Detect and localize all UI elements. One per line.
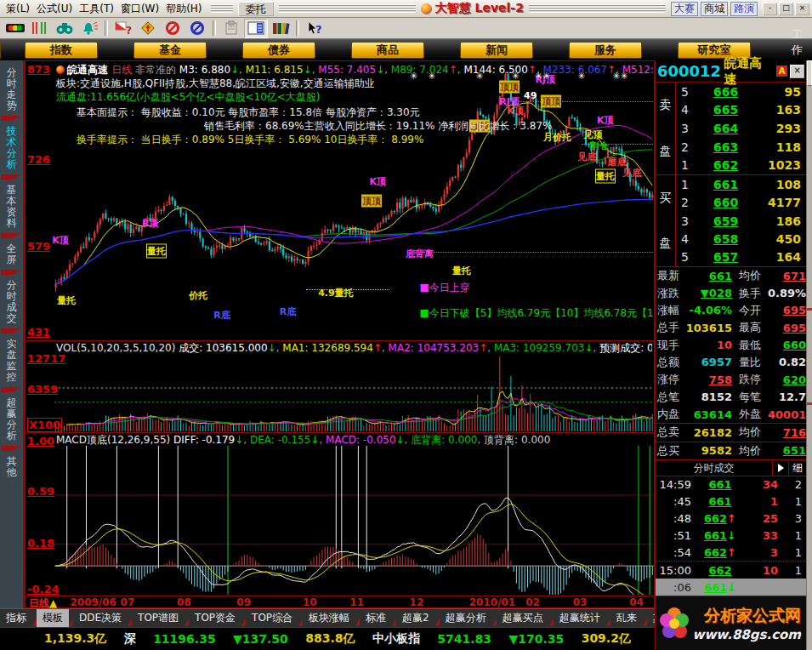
phone-red-icon[interactable] [161, 19, 185, 38]
menu-item[interactable]: 窗口(W) [117, 2, 162, 16]
maximize-icon[interactable]: □ [779, 3, 793, 15]
help-cursor-icon[interactable]: ? [303, 19, 327, 38]
book-price[interactable]: 666 [700, 85, 752, 99]
toolbar: ?? [0, 18, 812, 39]
sidebar-item-超赢分析[interactable]: 超 赢 分 析 [0, 393, 23, 445]
nav-tab-服务[interactable]: 服务 [569, 42, 642, 59]
tick-time: :54 [656, 546, 691, 559]
book-row[interactable]: 2663118 [676, 138, 806, 157]
scrollbar-thumb[interactable] [807, 60, 812, 86]
book-level: 2 [676, 140, 700, 154]
book-price[interactable]: 659 [700, 214, 752, 228]
book-row[interactable]: 4665163 [676, 101, 806, 120]
nav-tab-指数[interactable]: 指数 [25, 42, 98, 59]
book-volume: 450 [752, 232, 806, 246]
titlebar-link[interactable]: 商城 [701, 2, 728, 16]
chart-annotation: ✳ [475, 71, 483, 82]
entrust-button[interactable]: 委托 [238, 2, 274, 16]
bottom-tab-乱来[interactable]: 乱来 [610, 609, 643, 627]
book-price[interactable]: 658 [700, 232, 752, 246]
bottom-tab-TOP资金[interactable]: TOP资金 [189, 609, 241, 627]
book-price[interactable]: 661 [700, 178, 752, 191]
tick-count: 1 [778, 529, 806, 542]
tick-row[interactable]: 15:00662101 [656, 561, 806, 579]
book-row[interactable]: 3664293 [676, 119, 806, 138]
bottom-tab-超赢2[interactable]: 超赢2 [396, 609, 435, 627]
sidebar-item-技术分析[interactable]: 技 术 分 析 [0, 122, 23, 174]
bottom-tab-板块涨幅[interactable]: 板块涨幅 [303, 609, 355, 627]
bottom-tab-指标[interactable]: 指标 [0, 609, 32, 627]
bottom-tab-DDE决策[interactable]: DDE决策 [73, 609, 128, 627]
bottom-tab-TOP谱图[interactable]: TOP谱图 [132, 609, 185, 627]
minimize-icon[interactable]: - [763, 3, 777, 15]
tick-row[interactable]: :54662↑31 [656, 544, 806, 561]
menu-item[interactable]: 帮助(H) [162, 2, 205, 16]
play-icon[interactable] [772, 460, 788, 476]
bottom-tab-TOP综合[interactable]: TOP综合 [246, 609, 298, 627]
bottom-tab-超赢买点[interactable]: 超赢买点 [497, 609, 549, 627]
x-axis-date: 03 [573, 596, 588, 608]
tick-row[interactable]: :51661↓331 [656, 527, 806, 545]
tick-row[interactable]: 14:59661342 [656, 476, 806, 493]
bottom-tab-超赢分析[interactable]: 超赢分析 [440, 609, 492, 627]
book-level: 4 [676, 103, 700, 117]
book-price[interactable]: 665 [700, 103, 752, 117]
bottom-tab-超赢统计[interactable]: 超赢统计 [554, 609, 606, 627]
book-price[interactable]: 663 [700, 140, 752, 154]
bell-icon[interactable] [77, 19, 101, 38]
traffic-light-icon[interactable] [3, 19, 27, 38]
bottom-tab-模板[interactable]: 模板 [37, 609, 69, 627]
menu-item[interactable]: 策(L) [3, 2, 33, 16]
binoculars-icon[interactable] [53, 19, 77, 38]
book-row[interactable]: 1661108 [676, 175, 806, 193]
period-selector[interactable]: 日线▲ [29, 596, 57, 611]
close-icon[interactable]: × [790, 65, 804, 78]
scrollbar[interactable] [806, 60, 812, 650]
layout-icon[interactable] [244, 19, 268, 38]
partial-tab[interactable] [0, 42, 1, 59]
macd-pane[interactable]: MACD顶底(12,26,9,55) DIFF: -0.179↓, DEA: -… [25, 432, 655, 596]
nav-tab-债券[interactable]: 债券 [242, 42, 315, 59]
axis-label: 579 [27, 240, 50, 253]
kline-pane[interactable]: 皖通高速 日线 非常准的 M3: 6.880↓, M11: 6.815↓, M5… [25, 60, 655, 340]
book-row[interactable]: 3659186 [676, 212, 806, 230]
nav-tab-新闻[interactable]: 新闻 [460, 42, 533, 59]
toolbar-separator [213, 20, 216, 36]
bottom-tab-其[interactable]: 其 [647, 609, 655, 627]
nav-tab-基金[interactable]: 基金 [133, 42, 207, 59]
sidebar-item-实盘监控[interactable]: 实 盘 监 控 [0, 334, 23, 386]
sidebar-item-其他[interactable]: 其 他 [0, 452, 23, 482]
book-price[interactable]: 657 [700, 250, 752, 264]
book-row[interactable]: 26604177 [676, 193, 806, 211]
sidebar-item-分时成交[interactable]: 分 时 成 交 [0, 276, 23, 328]
tick-row[interactable]: :48662↑253 [656, 510, 806, 527]
stat-label: 量比 [739, 355, 768, 370]
books-icon[interactable] [269, 19, 292, 38]
flag-question-icon[interactable]: ? [111, 19, 135, 38]
titlebar-link[interactable]: 路演 [730, 2, 758, 16]
book-row[interactable]: 4658450 [676, 230, 806, 248]
sidebar-item-全屏[interactable]: 全 屏 [0, 239, 23, 269]
stripe-bars-icon[interactable] [28, 19, 52, 38]
book-price[interactable]: 664 [700, 122, 752, 135]
menu-item[interactable]: 工具(T) [76, 2, 117, 16]
book-row[interactable]: 5657164 [676, 248, 806, 266]
volume-pane[interactable]: VOL(5,10,20,3,5,10,20) 成交: 103615.000↓, … [25, 340, 655, 432]
book-price[interactable]: 662 [700, 158, 752, 172]
book-row[interactable]: 566695 [676, 83, 806, 101]
phone-blue-icon[interactable] [185, 19, 209, 38]
titlebar-link[interactable]: 大赛 [671, 2, 698, 16]
book-row[interactable]: 16621023 [676, 156, 806, 174]
tick-row[interactable]: :06661↓ [656, 579, 806, 596]
nav-tab-商品[interactable]: 商品 [351, 42, 424, 59]
bottom-tab-标准[interactable]: 标准 [360, 609, 392, 627]
sidebar-item-分时走势[interactable]: 分 时 走 势 [0, 63, 23, 115]
sidebar-item-基本资料[interactable]: 基 本 资 料 [0, 180, 23, 232]
tick-row[interactable]: :4566111 [656, 493, 806, 510]
diamond-up-icon[interactable] [136, 19, 160, 38]
detail-button[interactable]: 细 [788, 460, 806, 476]
book-price[interactable]: 660 [700, 196, 752, 209]
close-icon[interactable]: × [795, 3, 809, 15]
menu-item[interactable]: 公式(U) [33, 2, 76, 16]
clipboard-icon[interactable] [219, 19, 243, 38]
